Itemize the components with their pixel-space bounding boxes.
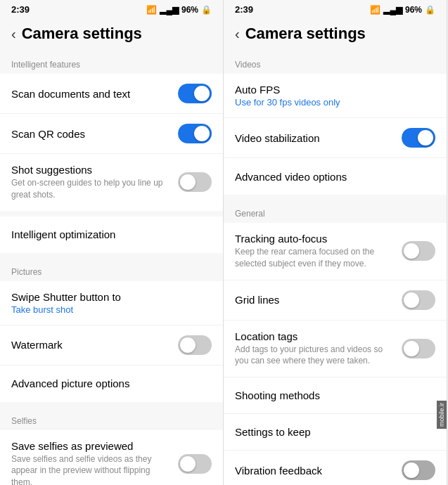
shot-suggestions-text: Shot suggestions Get on-screen guides to…: [11, 164, 178, 201]
watermark-item[interactable]: Watermark: [0, 325, 223, 366]
auto-fps-item[interactable]: Auto FPS Use for 30 fps videos only: [224, 74, 447, 118]
section-label-selfies: Selfies: [0, 408, 223, 430]
left-page-title: Camera settings: [22, 25, 142, 43]
scan-docs-item[interactable]: Scan documents and text: [0, 74, 223, 114]
video-stabilization-toggle[interactable]: [402, 128, 435, 148]
vibration-feedback-label: Vibration feedback: [235, 465, 393, 477]
settings-keep-item[interactable]: Settings to keep: [224, 414, 447, 451]
scan-docs-label: Scan documents and text: [11, 88, 169, 100]
vibration-feedback-toggle[interactable]: [402, 460, 435, 480]
vibration-feedback-item[interactable]: Vibration feedback: [224, 451, 447, 485]
advanced-picture-text: Advanced picture options: [11, 377, 212, 389]
save-selfies-label: Save selfies as previewed: [11, 440, 169, 452]
section-label-intelligent: Intelligent features: [0, 51, 223, 74]
scan-qr-knob: [194, 126, 210, 141]
left-status-icons: 📶 ▂▄▆ 96% 🔒: [146, 5, 212, 15]
grid-lines-knob: [404, 292, 419, 308]
right-page-title: Camera settings: [245, 25, 366, 43]
right-status-bar: 2:39 📶 ▂▄▆ 96% 🔒: [224, 0, 447, 19]
intelligent-opt-label: Intelligent optimization: [11, 228, 203, 240]
shot-suggestions-desc: Get on-screen guides to help you line up…: [11, 177, 169, 201]
right-battery-icon: 🔒: [425, 5, 435, 15]
tracking-af-desc: Keep the rear camera focused on the sele…: [235, 246, 393, 270]
left-time: 2:39: [11, 4, 30, 15]
swipe-shutter-text: Swipe Shutter button to Take burst shot: [11, 291, 212, 315]
left-header: ‹ Camera settings: [0, 19, 223, 51]
tracking-af-label: Tracking auto-focus: [235, 233, 393, 245]
advanced-picture-label: Advanced picture options: [11, 377, 203, 389]
video-stabilization-item[interactable]: Video stabilization: [224, 118, 447, 158]
shooting-methods-label: Shooting methods: [235, 389, 427, 401]
advanced-picture-item[interactable]: Advanced picture options: [0, 366, 223, 402]
scan-docs-toggle[interactable]: [178, 84, 212, 103]
scan-qr-toggle[interactable]: [178, 124, 212, 143]
section-label-pictures: Pictures: [0, 259, 223, 281]
shot-suggestions-knob: [180, 174, 196, 190]
watermark-text: Watermark: [11, 339, 178, 351]
tracking-af-text: Tracking auto-focus Keep the rear camera…: [235, 233, 402, 270]
right-status-icons: 📶 ▂▄▆ 96% 🔒: [370, 5, 435, 15]
scan-qr-text: Scan QR codes: [11, 128, 178, 140]
left-back-button[interactable]: ‹: [11, 26, 16, 42]
auto-fps-link[interactable]: Use for 30 fps videos only: [235, 97, 427, 108]
shooting-methods-item[interactable]: Shooting methods: [224, 377, 447, 414]
signal-icon: ▂▄▆: [160, 5, 179, 15]
scan-qr-item[interactable]: Scan QR codes: [0, 114, 223, 154]
tracking-af-knob: [404, 243, 419, 259]
left-settings-scroll: Intelligent features Scan documents and …: [0, 51, 223, 485]
intelligent-opt-text: Intelligent optimization: [11, 228, 212, 240]
right-header: ‹ Camera settings: [224, 19, 447, 51]
save-selfies-knob: [180, 456, 196, 472]
tracking-af-item[interactable]: Tracking auto-focus Keep the rear camera…: [224, 223, 447, 280]
save-selfies-toggle[interactable]: [178, 454, 212, 474]
watermark-knob: [180, 337, 196, 353]
settings-keep-label: Settings to keep: [235, 426, 427, 438]
general-group: Tracking auto-focus Keep the rear camera…: [224, 223, 447, 485]
shot-suggestions-item[interactable]: Shot suggestions Get on-screen guides to…: [0, 154, 223, 211]
shot-suggestions-label: Shot suggestions: [11, 164, 169, 176]
settings-keep-text: Settings to keep: [235, 426, 435, 438]
right-settings-scroll: Videos Auto FPS Use for 30 fps videos on…: [224, 51, 447, 485]
save-selfies-text: Save selfies as previewed Save selfies a…: [11, 440, 178, 485]
location-tags-item[interactable]: Location tags Add tags to your pictures …: [224, 321, 447, 378]
swipe-shutter-item[interactable]: Swipe Shutter button to Take burst shot: [0, 281, 223, 325]
shot-suggestions-toggle[interactable]: [178, 172, 212, 192]
right-time: 2:39: [235, 4, 253, 15]
tracking-af-toggle[interactable]: [402, 241, 435, 261]
watermark-toggle[interactable]: [178, 335, 212, 355]
watermark-label: Watermark: [11, 339, 169, 351]
save-selfies-desc: Save selfies and selfie videos as they a…: [11, 453, 169, 485]
location-tags-label: Location tags: [235, 330, 393, 342]
shooting-methods-text: Shooting methods: [235, 389, 435, 401]
location-tags-text: Location tags Add tags to your pictures …: [235, 330, 402, 368]
intelligent-features-group: Scan documents and text Scan QR codes Sh…: [0, 74, 223, 211]
intelligent-opt-item[interactable]: Intelligent optimization: [0, 216, 223, 253]
selfies-group: Save selfies as previewed Save selfies a…: [0, 430, 223, 485]
vibration-feedback-knob: [404, 463, 419, 478]
auto-fps-text: Auto FPS Use for 30 fps videos only: [235, 84, 435, 108]
scan-qr-label: Scan QR codes: [11, 128, 169, 140]
right-signal-icon: ▂▄▆: [383, 5, 402, 15]
right-back-button[interactable]: ‹: [235, 26, 240, 42]
grid-lines-toggle[interactable]: [402, 290, 435, 310]
save-selfies-item[interactable]: Save selfies as previewed Save selfies a…: [0, 430, 223, 485]
right-panel: 2:39 📶 ▂▄▆ 96% 🔒 ‹ Camera settings Video…: [224, 0, 447, 485]
scan-docs-text: Scan documents and text: [11, 88, 178, 100]
pictures-group: Swipe Shutter button to Take burst shot …: [0, 281, 223, 402]
right-wifi-icon: 📶: [370, 5, 380, 15]
grid-lines-label: Grid lines: [235, 294, 393, 306]
advanced-video-label: Advanced video options: [235, 171, 427, 183]
location-tags-desc: Add tags to your pictures and videos so …: [235, 344, 393, 368]
location-tags-toggle[interactable]: [402, 339, 435, 358]
mobile-badge: mobile.ir: [437, 401, 447, 429]
intelligent-opt-group: Intelligent optimization: [0, 216, 223, 253]
location-tags-knob: [404, 341, 419, 356]
video-stabilization-text: Video stabilization: [235, 132, 402, 144]
left-status-bar: 2:39 📶 ▂▄▆ 96% 🔒: [0, 0, 223, 19]
grid-lines-item[interactable]: Grid lines: [224, 280, 447, 321]
vibration-feedback-text: Vibration feedback: [235, 465, 402, 477]
advanced-video-item[interactable]: Advanced video options: [224, 158, 447, 195]
left-panel: 2:39 📶 ▂▄▆ 96% 🔒 ‹ Camera settings Intel…: [0, 0, 224, 485]
swipe-shutter-link[interactable]: Take burst shot: [11, 304, 203, 315]
advanced-video-text: Advanced video options: [235, 171, 435, 183]
